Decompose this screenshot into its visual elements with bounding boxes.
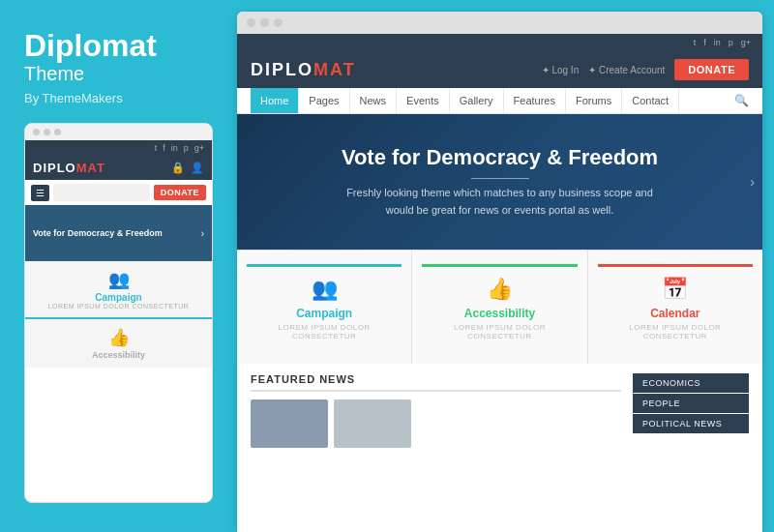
mobile-logo-accent: MAT xyxy=(76,161,105,175)
mobile-user-icon: 👤 xyxy=(191,162,204,174)
sidebar-tags: ECONOMICS PEOPLE POLITICAL NEWS xyxy=(633,373,749,522)
feature-card-campaign: 👥 Campaign LOREM IPSUM DOLOR CONSECTETUR xyxy=(237,251,412,364)
mobile-nav-bar: DIPLOMAT 🔒 👤 xyxy=(25,156,212,180)
tag-people[interactable]: PEOPLE xyxy=(633,394,749,413)
nav-item-news[interactable]: News xyxy=(350,88,398,113)
calendar-title: Calendar xyxy=(598,307,753,320)
site-header-right: ✦ Log In ✦ Create Account DONATE xyxy=(542,59,749,80)
mobile-dot-3 xyxy=(54,129,61,135)
site-nav-items: Home Pages News Events Gallery Features … xyxy=(251,88,679,113)
mobile-feature-title: Campaign xyxy=(33,292,204,303)
browser-dot-3 xyxy=(274,18,283,27)
site-nav: Home Pages News Events Gallery Features … xyxy=(237,88,762,114)
create-account-link[interactable]: ✦ Create Account xyxy=(588,65,665,75)
mobile-facebook-icon: f xyxy=(163,143,165,153)
nav-search-icon[interactable]: 🔍 xyxy=(734,94,749,107)
campaign-icon: 👥 xyxy=(247,277,402,302)
theme-title-text: Diplomat xyxy=(24,29,213,63)
nav-item-forums[interactable]: Forums xyxy=(566,88,622,113)
featured-news: FEATURED NEWS xyxy=(251,373,621,522)
right-panel: t f in p g+ DIPLOMAT ✦ Log In ✦ Create A… xyxy=(237,12,762,532)
mobile-hero: Vote for Democracy & Freedom › xyxy=(25,205,212,261)
site-logo-accent: MAT xyxy=(313,60,356,79)
mobile-feature-sub: LOREM IPSUM DOLOR CONSECTETUR xyxy=(33,303,204,310)
hero-divider xyxy=(471,178,529,179)
feature-cards: 👥 Campaign LOREM IPSUM DOLOR CONSECTETUR… xyxy=(237,250,762,364)
mobile-donate-bar: ☰ DONATE xyxy=(25,180,212,205)
theme-title: Diplomat Theme By ThemeMakers xyxy=(24,29,213,123)
theme-author-text: By ThemeMakers xyxy=(24,91,213,105)
mobile-twitter-icon: t xyxy=(155,143,158,153)
mobile-feature-accessibility: 👍 Accessibility xyxy=(25,319,212,368)
theme-subtitle-text: Theme xyxy=(24,63,213,85)
mobile-search-box xyxy=(53,184,150,201)
campaign-sub: LOREM IPSUM DOLOR CONSECTETUR xyxy=(247,323,402,340)
mobile-dot-2 xyxy=(44,129,50,135)
mobile-google-icon: g+ xyxy=(194,143,204,153)
mobile-donate-button[interactable]: DONATE xyxy=(154,185,206,200)
hero-subtitle-line1: Freshly looking theme which matches to a… xyxy=(342,185,658,202)
tag-economics[interactable]: ECONOMICS xyxy=(633,373,749,393)
tag-political-news[interactable]: POLITICAL NEWS xyxy=(633,414,749,433)
site-facebook-icon[interactable]: f xyxy=(703,38,706,47)
site-google-icon[interactable]: g+ xyxy=(741,38,751,47)
feature-card-accessibility: 👍 Accessibility LOREM IPSUM DOLOR CONSEC… xyxy=(412,251,587,364)
browser-bar xyxy=(237,12,762,34)
login-link[interactable]: ✦ Log In xyxy=(542,65,580,75)
nav-item-home[interactable]: Home xyxy=(251,88,299,113)
mobile-dot-1 xyxy=(33,129,40,135)
mobile-browser-bar xyxy=(25,124,212,140)
campaign-title: Campaign xyxy=(247,307,402,320)
site-header: DIPLOMAT ✦ Log In ✦ Create Account DONAT… xyxy=(237,51,762,88)
mobile-feature2-title: Accessibility xyxy=(33,350,204,360)
nav-item-events[interactable]: Events xyxy=(397,88,450,113)
mobile-campaign-icon: 👥 xyxy=(33,269,204,290)
news-thumbnails xyxy=(251,399,621,448)
mobile-lock-icon: 🔒 xyxy=(171,162,185,174)
news-thumb-2[interactable] xyxy=(334,399,411,448)
nav-item-contact[interactable]: Contact xyxy=(622,88,679,113)
mobile-hero-text: Vote for Democracy & Freedom xyxy=(33,228,163,238)
accessibility-icon: 👍 xyxy=(422,277,577,302)
site-donate-button[interactable]: DONATE xyxy=(674,59,749,80)
mobile-hero-arrow-icon: › xyxy=(201,228,204,239)
calendar-icon: 📅 xyxy=(598,277,753,302)
mobile-linkedin-icon: in xyxy=(171,143,178,153)
site-header-links: ✦ Log In ✦ Create Account xyxy=(542,65,666,75)
accessibility-title: Accessibility xyxy=(422,307,577,320)
mobile-hamburger-icon[interactable]: ☰ xyxy=(31,185,49,201)
hero-title: Vote for Democracy & Freedom xyxy=(342,145,658,170)
site-pinterest-icon[interactable]: p xyxy=(729,38,733,47)
mobile-logo: DIPLOMAT xyxy=(33,161,105,175)
nav-item-gallery[interactable]: Gallery xyxy=(450,88,504,113)
feature-card-calendar: 📅 Calendar LOREM IPSUM DOLOR CONSECTETUR xyxy=(588,251,762,364)
mobile-header-icons: 🔒 👤 xyxy=(171,162,204,174)
browser-dot-1 xyxy=(247,18,255,27)
site-hero: Vote for Democracy & Freedom Freshly loo… xyxy=(237,114,762,250)
featured-news-title: FEATURED NEWS xyxy=(251,373,621,392)
hero-subtitle: Freshly looking theme which matches to a… xyxy=(342,185,658,219)
mobile-feature-campaign: 👥 Campaign LOREM IPSUM DOLOR CONSECTETUR xyxy=(25,261,212,317)
accessibility-sub: LOREM IPSUM DOLOR CONSECTETUR xyxy=(422,323,577,340)
bottom-section: FEATURED NEWS ECONOMICS PEOPLE POLITICAL… xyxy=(237,364,762,532)
news-thumb-1[interactable] xyxy=(251,399,328,448)
nav-item-features[interactable]: Features xyxy=(504,88,566,113)
calendar-sub: LOREM IPSUM DOLOR CONSECTETUR xyxy=(598,323,753,340)
site-twitter-icon[interactable]: t xyxy=(694,38,697,47)
hero-subtitle-line2: would be great for news or events portal… xyxy=(342,202,658,220)
site-social-bar: t f in p g+ xyxy=(237,34,762,51)
mobile-pinterest-icon: p xyxy=(184,143,189,153)
site-logo: DIPLOMAT xyxy=(251,60,356,80)
hero-arrow-icon[interactable]: › xyxy=(750,174,755,190)
mobile-accessibility-icon: 👍 xyxy=(33,327,204,348)
browser-dot-2 xyxy=(260,18,269,27)
hero-content: Vote for Democracy & Freedom Freshly loo… xyxy=(342,145,658,219)
website-content: t f in p g+ DIPLOMAT ✦ Log In ✦ Create A… xyxy=(237,34,762,532)
mobile-social-bar: t f in p g+ xyxy=(25,140,212,156)
left-panel: Diplomat Theme By ThemeMakers t f in p g… xyxy=(0,0,237,532)
site-linkedin-icon[interactable]: in xyxy=(714,38,721,47)
mobile-mockup: t f in p g+ DIPLOMAT 🔒 👤 ☰ DONATE Vote f… xyxy=(24,123,213,503)
nav-item-pages[interactable]: Pages xyxy=(299,88,349,113)
